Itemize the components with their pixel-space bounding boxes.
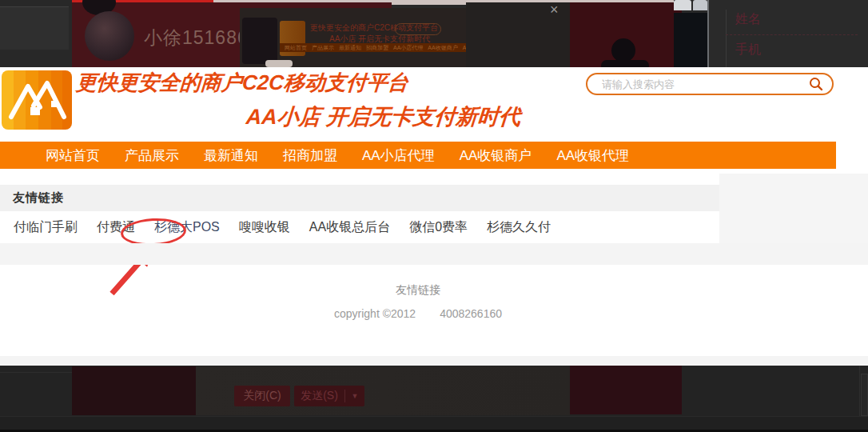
dimmed-bottom-band: 关闭(C) 发送(S) ▼ bbox=[0, 366, 868, 416]
background-line bbox=[0, 372, 72, 373]
dimmed-form-panel: 姓名 手机 bbox=[709, 0, 868, 67]
chat-send-button[interactable]: 发送(S) ▼ bbox=[294, 386, 364, 406]
window-divider bbox=[859, 366, 860, 416]
search-input[interactable] bbox=[600, 78, 808, 91]
link-sousou[interactable]: 嗖嗖收银 bbox=[239, 219, 290, 236]
person-silhouette-icon bbox=[611, 38, 635, 62]
nav-item-aa-shop-agent[interactable]: AA小店代理 bbox=[362, 146, 435, 165]
section-divider-band bbox=[0, 243, 868, 265]
friend-links-row: 付临门手刷 付费通 杉德大POS 嗖嗖收银 AA收银总后台 微信0费率 杉德久久… bbox=[0, 211, 719, 243]
search-box[interactable] bbox=[586, 73, 834, 95]
link-wechat-zero-rate[interactable]: 微信0费率 bbox=[409, 219, 468, 236]
friend-links-header-bar: 友情链接 bbox=[0, 185, 719, 211]
pasted-site-thumbnail: 更快更安全的商户C2C移动支付平台 AA小店 开启无卡支付新时代 网站首页 产品… bbox=[240, 8, 466, 67]
form-divider bbox=[726, 34, 858, 35]
person-silhouette-body bbox=[601, 60, 649, 67]
nav-item-aa-cashier-merchant[interactable]: AA收银商户 bbox=[460, 146, 532, 165]
popup-avatar-panel bbox=[570, 2, 682, 67]
chat-panel-right bbox=[570, 366, 682, 414]
footer-links-title: 友情链接 bbox=[0, 283, 836, 298]
nav-item-join[interactable]: 招商加盟 bbox=[283, 146, 337, 165]
page-bottom-strip bbox=[0, 356, 868, 366]
chat-panel-left bbox=[72, 366, 196, 415]
search-icon[interactable] bbox=[808, 76, 824, 92]
thumbnail-nav-item: 最新通知 bbox=[339, 44, 361, 52]
thumbnail-nav-item: 招商加盟 bbox=[366, 44, 388, 52]
background-panel bbox=[0, 6, 69, 50]
site-slogan-line1: 更快更安全的商户C2C移动支付平台 bbox=[75, 69, 409, 97]
thumbnail-pill bbox=[265, 60, 293, 67]
chat-close-button[interactable]: 关闭(C) bbox=[234, 386, 290, 406]
thumbnail-search-box bbox=[395, 23, 441, 35]
name-label: 姓名 bbox=[735, 11, 761, 28]
browser-tab bbox=[674, 0, 691, 10]
screen: 小徐15168673 15168166 更快更安全的商户C2C移动支付平台 AA… bbox=[0, 0, 868, 432]
thumbnail-avatar bbox=[242, 18, 277, 64]
chat-close-label: 关闭(C) bbox=[243, 389, 281, 403]
footer-copyright: copyright ©20124008266160 bbox=[0, 307, 836, 320]
link-shande-pos[interactable]: 杉德大POS bbox=[154, 219, 220, 236]
thumbnail-nav-item: 网站首页 bbox=[285, 44, 307, 52]
main-page: 更快更安全的商户C2C移动支付平台 AA小店 开启无卡支付新时代 网站首页 产品… bbox=[0, 67, 868, 366]
site-logo[interactable] bbox=[2, 70, 72, 130]
send-dropdown-icon[interactable]: ▼ bbox=[345, 392, 364, 400]
dark-column bbox=[674, 13, 707, 67]
browser-tab bbox=[693, 0, 707, 10]
link-aa-backend[interactable]: AA收银总后台 bbox=[309, 219, 390, 236]
main-nav: 网站首页 产品展示 最新通知 招商加盟 AA小店代理 AA收银商户 AA收银代理 bbox=[0, 142, 836, 169]
form-panel-border bbox=[726, 10, 727, 67]
edge-block bbox=[861, 374, 868, 416]
nav-item-products[interactable]: 产品展示 bbox=[125, 146, 179, 165]
footer-phone: 4008266160 bbox=[440, 307, 502, 320]
link-shande-jiujiu[interactable]: 杉德久久付 bbox=[487, 219, 551, 236]
site-slogan-line2: AA小店 开启无卡支付新时代 bbox=[245, 102, 522, 131]
chat-send-label: 发送(S) bbox=[294, 389, 344, 403]
thumbnail-nav-bar: 网站首页 产品展示 最新通知 招商加盟 AA小店代理 AA收银商户 AA收银代理 bbox=[280, 43, 466, 52]
nav-item-aa-cashier-agent[interactable]: AA收银代理 bbox=[556, 146, 629, 165]
link-fufeitong[interactable]: 付费通 bbox=[97, 219, 135, 236]
chat-contact-avatar[interactable] bbox=[85, 11, 134, 61]
close-icon[interactable]: × bbox=[550, 2, 559, 18]
thumbnail-nav-item: AA收银商户 bbox=[428, 44, 457, 52]
dimmed-top-band: 小徐15168673 15168166 更快更安全的商户C2C移动支付平台 AA… bbox=[0, 0, 868, 67]
nav-item-news[interactable]: 最新通知 bbox=[204, 146, 258, 165]
nav-item-home[interactable]: 网站首页 bbox=[46, 146, 100, 165]
copyright-text: copyright ©2012 bbox=[334, 307, 416, 320]
phone-label: 手机 bbox=[735, 42, 761, 58]
link-fulinmen[interactable]: 付临门手刷 bbox=[14, 219, 78, 236]
thumbnail-nav-item: 产品展示 bbox=[312, 44, 334, 52]
thumbnail-nav-item: AA小店代理 bbox=[393, 44, 423, 52]
taskbar-strip bbox=[0, 416, 868, 432]
friend-links-title: 友情链接 bbox=[13, 190, 64, 206]
